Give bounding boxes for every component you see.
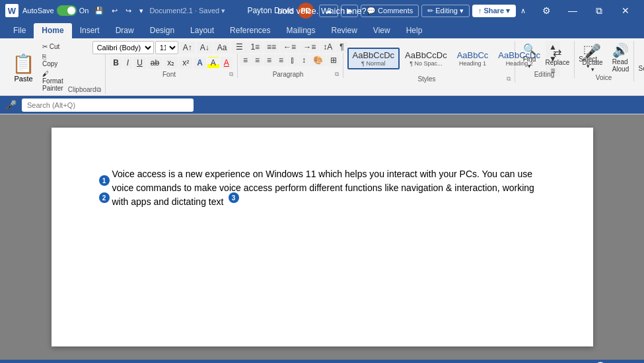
redo-button[interactable]: ↪ xyxy=(124,6,133,16)
title-bar: W AutoSave On 💾 ↩ ↪ ▾ Document2.1 · Save… xyxy=(0,0,644,21)
comments-button[interactable]: 💬 Comments xyxy=(361,5,419,17)
editing-group: 🔍 Find ▾ ⇄ Replace ⬚ Select ▾ Editing xyxy=(515,41,575,78)
font-size-select[interactable]: 11 xyxy=(155,41,178,54)
dictate-icon: 🎤 xyxy=(585,43,601,59)
sort-button[interactable]: ↕A xyxy=(320,41,336,53)
tab-file[interactable]: File xyxy=(5,23,34,38)
superscript-button[interactable]: x² xyxy=(179,57,192,69)
underline-button[interactable]: U xyxy=(133,57,146,69)
font-name-row: Calibri (Body) 11 A↑ A↓ Aa A✕ xyxy=(92,41,250,54)
tab-layout[interactable]: Layout xyxy=(182,23,222,38)
marker-2: 2 xyxy=(99,192,110,203)
numbering-button[interactable]: 1≡ xyxy=(247,41,263,53)
toggle-knob xyxy=(67,7,75,15)
ribbon-collapse-button[interactable]: ∧ xyxy=(519,6,528,16)
align-left-button[interactable]: ≡ xyxy=(240,54,251,66)
editing-button[interactable]: ✏ Editing ▾ xyxy=(421,5,470,17)
document-content[interactable]: 1 2 3 Voice access is a new experience o… xyxy=(104,167,540,209)
read-aloud-button[interactable]: 🔊 Read Aloud xyxy=(608,41,633,74)
font-group: Calibri (Body) 11 A↑ A↓ Aa A✕ B I U ab x… xyxy=(106,41,238,78)
ribbon-tabs-bar: File Home Insert Draw Design Layout Refe… xyxy=(0,21,644,38)
doc-filename: Document2.1 · Saved ▾ xyxy=(149,7,225,15)
voice-group-label: Voice xyxy=(579,74,629,81)
window-controls: ⚙ — ⧉ ✕ xyxy=(533,0,639,21)
style-no-spacing[interactable]: AaBbCcDc ¶ No Spac... xyxy=(400,48,452,69)
subscript-button[interactable]: x₂ xyxy=(164,57,178,69)
line-spacing-button[interactable]: ↕ xyxy=(299,54,309,66)
decrease-indent-button[interactable]: ←≡ xyxy=(280,41,299,53)
clipboard-group: 📋 Paste ✂ Cut ⎘ Copy 🖌 Format Painter Cl… xyxy=(5,41,106,94)
copy-button[interactable]: ⎘ Copy xyxy=(40,52,65,68)
replace-button[interactable]: ⇄ Replace xyxy=(542,45,574,67)
text-effects-button[interactable]: A xyxy=(194,57,206,69)
autosave-toggle[interactable] xyxy=(57,5,77,16)
scissors-icon: ✂ xyxy=(42,43,48,50)
search-input[interactable] xyxy=(22,99,194,112)
cut-button[interactable]: ✂ Cut xyxy=(40,42,65,51)
read-aloud-icon: 🔊 xyxy=(612,42,629,58)
highlight-button[interactable]: A xyxy=(207,57,219,69)
font-color-button[interactable]: A xyxy=(221,57,233,69)
find-button[interactable]: 🔍 Find ▾ xyxy=(519,42,540,71)
tab-references[interactable]: References xyxy=(222,23,278,38)
word-logo: W xyxy=(5,4,18,17)
formula-bar: 🎤 xyxy=(0,96,644,114)
undo-button[interactable]: ↩ xyxy=(110,6,120,16)
share-icon: ↑ xyxy=(478,7,482,15)
styles-group-label: Styles xyxy=(347,75,507,83)
more-qa-button[interactable]: ▾ xyxy=(137,6,145,16)
share-button[interactable]: ↑ Share ▾ xyxy=(472,5,516,17)
font-expand-button[interactable]: ⧉ xyxy=(229,71,233,78)
bold-button[interactable]: B xyxy=(110,57,122,69)
font-group-label: Font xyxy=(110,71,229,78)
format-painter-icon: 🖌 xyxy=(42,70,49,77)
increase-font-button[interactable]: A↑ xyxy=(180,42,196,54)
title-bar-left: W AutoSave On 💾 ↩ ↪ ▾ Document2.1 · Save… xyxy=(5,4,225,17)
clipboard-small-buttons: ✂ Cut ⎘ Copy 🖌 Format Painter xyxy=(39,41,67,94)
borders-button[interactable]: ⊞ xyxy=(327,54,340,66)
paste-button[interactable]: 📋 Paste xyxy=(8,41,39,94)
tab-review[interactable]: Review xyxy=(324,23,365,38)
dictate-button[interactable]: 🎤 Dictate ▾ xyxy=(579,42,607,74)
restore-button[interactable]: ⧉ xyxy=(586,0,612,21)
align-center-button[interactable]: ≡ xyxy=(252,54,263,66)
font-name-select[interactable]: Calibri (Body) xyxy=(92,41,154,54)
minimize-button[interactable]: — xyxy=(559,0,586,21)
voice-group: 🎤 Dictate ▾ 🔊 Read Aloud Voice xyxy=(575,41,634,81)
align-right-button[interactable]: ≡ xyxy=(264,54,275,66)
document-paragraph[interactable]: Voice access is a new experience on Wind… xyxy=(104,167,540,209)
shading-button[interactable]: 🎨 xyxy=(310,54,326,66)
paragraph-group: ☰ 1≡ ≡≡ ←≡ →≡ ↕A ¶ ≡ ≡ ≡ ≡ ⫿ ↕ 🎨 ⊞ Parag… xyxy=(238,41,343,78)
bullets-button[interactable]: ☰ xyxy=(233,41,246,53)
strikethrough-button[interactable]: ab xyxy=(147,57,162,69)
tab-draw[interactable]: Draw xyxy=(108,23,142,38)
ribbon: 📋 Paste ✂ Cut ⎘ Copy 🖌 Format Painter Cl… xyxy=(0,38,644,96)
settings-button[interactable]: ⚙ xyxy=(533,0,559,21)
style-normal[interactable]: AaBbCcDc ¶ Normal xyxy=(347,48,400,69)
comments-icon: 💬 xyxy=(367,7,376,15)
tab-view[interactable]: View xyxy=(365,23,398,38)
justify-button[interactable]: ≡ xyxy=(275,54,287,66)
italic-button[interactable]: I xyxy=(124,57,132,69)
change-case-button[interactable]: Aa xyxy=(214,42,231,54)
column-break-button[interactable]: ⫿ xyxy=(287,54,298,66)
document-area: 1 2 3 Voice access is a new experience o… xyxy=(0,114,644,360)
sensitivity-button[interactable]: 🛡 Sensitivity xyxy=(635,46,645,73)
tab-insert[interactable]: Insert xyxy=(72,23,108,38)
increase-indent-button[interactable]: →≡ xyxy=(300,41,319,53)
format-painter-button[interactable]: 🖌 Format Painter xyxy=(40,69,65,93)
tab-mailings[interactable]: Mailings xyxy=(278,23,323,38)
document-page: 1 2 3 Voice access is a new experience o… xyxy=(52,128,593,346)
save-button[interactable]: 💾 xyxy=(92,6,106,16)
tab-design[interactable]: Design xyxy=(142,23,182,38)
tab-help[interactable]: Help xyxy=(398,23,431,38)
styles-expand-button[interactable]: ⧉ xyxy=(507,75,511,83)
autosave-label: AutoSave xyxy=(22,7,54,15)
tab-home[interactable]: Home xyxy=(34,23,71,38)
decrease-font-button[interactable]: A↓ xyxy=(197,42,213,54)
close-button[interactable]: ✕ xyxy=(612,0,639,21)
style-heading1[interactable]: AaBbCc Heading 1 xyxy=(452,48,493,69)
multilevel-button[interactable]: ≡≡ xyxy=(264,41,279,53)
clipboard-expand[interactable]: ⧉ xyxy=(96,86,101,94)
paragraph-expand-button[interactable]: ⧉ xyxy=(335,71,339,78)
